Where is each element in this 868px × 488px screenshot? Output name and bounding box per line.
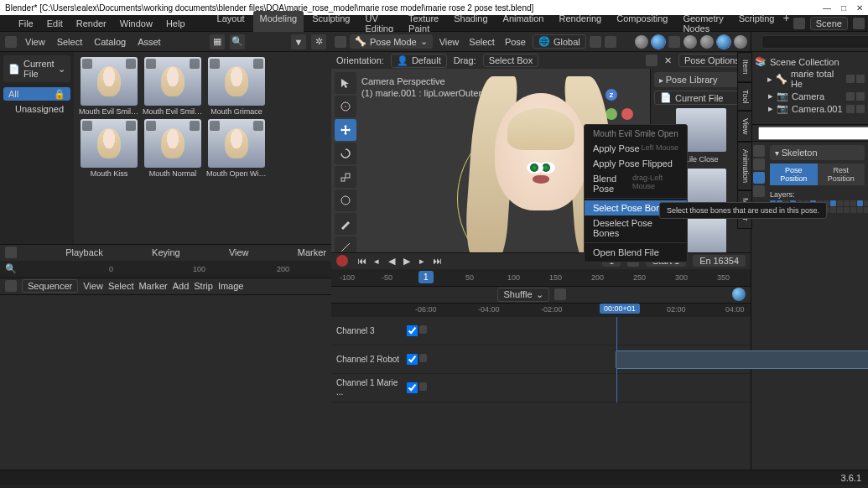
asset-item[interactable]: Mouth Evil Smile ... bbox=[79, 57, 139, 116]
prop-tab-output[interactable] bbox=[753, 158, 765, 170]
layer-cell[interactable] bbox=[830, 200, 836, 206]
settings-icon[interactable]: ✲ bbox=[311, 34, 326, 49]
tool-orientation[interactable]: 👤Default bbox=[391, 54, 447, 68]
sequencer-type[interactable]: Sequencer bbox=[22, 279, 78, 293]
layer-cell[interactable] bbox=[837, 207, 843, 213]
current-file-selector[interactable]: 📄 Current File ⌄ bbox=[3, 55, 70, 82]
maximize-icon[interactable]: □ bbox=[841, 3, 846, 13]
outliner-row[interactable]: ▸📷Camera bbox=[755, 90, 865, 102]
shading-solid-icon[interactable] bbox=[700, 35, 714, 49]
layer-cell[interactable] bbox=[844, 200, 850, 206]
channel-mute[interactable] bbox=[407, 382, 418, 393]
visibility-icon[interactable] bbox=[846, 92, 855, 101]
play-reverse-icon[interactable]: ◀ bbox=[385, 255, 398, 267]
timeline-marker[interactable]: Marker bbox=[298, 247, 326, 257]
timeline-editor-icon[interactable] bbox=[5, 247, 17, 258]
tool-annotate[interactable] bbox=[335, 213, 356, 235]
menu-window[interactable]: Window bbox=[115, 17, 158, 30]
pose-library-header[interactable]: ▸ Pose Library bbox=[654, 72, 747, 87]
layer-cell[interactable] bbox=[830, 207, 836, 213]
seq-ruler[interactable]: -06:00 -04:00 -02:00 00:00+01 02:00 04:0… bbox=[331, 304, 751, 317]
edit-icon[interactable] bbox=[253, 121, 263, 131]
layer-cell[interactable] bbox=[837, 200, 843, 206]
asset-menu-asset[interactable]: Asset bbox=[134, 35, 164, 49]
pose-source[interactable]: 📄Current File bbox=[654, 91, 747, 105]
tool-select[interactable] bbox=[335, 72, 356, 94]
edit-icon[interactable] bbox=[190, 121, 200, 131]
menu-deselect-pose-bones[interactable]: Deselect Pose Bones bbox=[585, 215, 687, 241]
seq-select[interactable]: Select bbox=[108, 281, 134, 291]
render-icon[interactable] bbox=[856, 105, 865, 113]
minimize-icon[interactable]: — bbox=[823, 3, 831, 13]
asset-menu-select[interactable]: Select bbox=[54, 35, 86, 49]
filter-icon[interactable]: ▼ bbox=[291, 34, 306, 49]
outliner-row[interactable]: 📚Scene Collection bbox=[755, 55, 865, 68]
seq-strip[interactable]: Strip bbox=[194, 281, 213, 291]
tool-move[interactable] bbox=[335, 119, 356, 141]
outliner-search[interactable] bbox=[761, 35, 868, 49]
menu-file[interactable]: File bbox=[13, 17, 39, 30]
overlap-mode[interactable]: Shuffle ⌄ bbox=[497, 288, 548, 302]
play-icon[interactable]: ▶ bbox=[400, 255, 413, 267]
search-icon[interactable]: 🔍 bbox=[230, 34, 245, 49]
flip-icon[interactable] bbox=[646, 55, 657, 66]
channel-mute[interactable] bbox=[407, 354, 418, 365]
timeline-keying[interactable]: Keying bbox=[152, 247, 180, 257]
keyframe-prev-icon[interactable]: ◂ bbox=[370, 255, 383, 267]
asset-menu-catalog[interactable]: Catalog bbox=[91, 35, 129, 49]
asset-menu-view[interactable]: View bbox=[22, 35, 49, 49]
asset-item[interactable]: Mouth Open Wide bbox=[206, 119, 267, 178]
timeline-playback[interactable]: Playback bbox=[65, 247, 103, 257]
asset-item[interactable]: Mouth Kiss bbox=[79, 119, 139, 178]
skeleton-panel-header[interactable]: ▾ Skeleton bbox=[770, 145, 865, 160]
menu-blend-pose[interactable]: Blend Posedrag-Left Mouse bbox=[585, 171, 687, 196]
props-search[interactable] bbox=[758, 127, 868, 140]
search-icon[interactable]: 🔍 bbox=[5, 263, 17, 274]
shading-wireframe-icon[interactable] bbox=[683, 35, 697, 49]
display-icon[interactable]: ▦ bbox=[210, 34, 225, 49]
tool-measure[interactable] bbox=[335, 236, 356, 252]
asset-item[interactable]: Mouth Grimace bbox=[206, 57, 267, 116]
edit-icon[interactable] bbox=[190, 59, 200, 69]
snap-icon[interactable] bbox=[590, 36, 601, 48]
close-icon[interactable]: ✕ bbox=[856, 3, 863, 13]
frame-ruler[interactable]: -100 -50 1 50 100 150 200 250 300 350 bbox=[331, 269, 751, 286]
menu-edit[interactable]: Edit bbox=[42, 17, 68, 30]
jump-start-icon[interactable]: ⏮ bbox=[355, 255, 368, 267]
seq-add[interactable]: Add bbox=[173, 281, 190, 291]
sidetab-animation[interactable]: Animation bbox=[737, 142, 752, 190]
tool-transform[interactable] bbox=[335, 189, 356, 211]
prop-tab-bone[interactable] bbox=[753, 185, 765, 197]
seq-image[interactable]: Image bbox=[218, 281, 244, 291]
gizmo-toggle-icon[interactable] bbox=[635, 35, 648, 49]
proportional-icon[interactable] bbox=[605, 36, 616, 48]
shading-material-icon[interactable] bbox=[717, 35, 730, 49]
sequencer-editor-icon[interactable] bbox=[5, 280, 17, 292]
menu-open-blend-file[interactable]: Open Blend File bbox=[585, 245, 687, 260]
timeline-view[interactable]: View bbox=[229, 247, 249, 257]
asset-item[interactable]: Mouth Normal bbox=[143, 119, 203, 178]
rest-position-button[interactable]: Rest Position bbox=[818, 164, 865, 185]
keyframe-next-icon[interactable]: ▸ bbox=[415, 255, 429, 267]
drag-selector[interactable]: Select Box bbox=[483, 54, 539, 67]
render-icon[interactable] bbox=[856, 92, 865, 101]
viewport-editor-icon[interactable] bbox=[335, 36, 346, 48]
auto-key-icon[interactable] bbox=[336, 255, 348, 267]
snap-seq-icon[interactable] bbox=[554, 288, 566, 300]
render-icon[interactable] bbox=[856, 75, 865, 83]
channel-mute[interactable] bbox=[407, 325, 418, 336]
vp-pose[interactable]: Pose bbox=[502, 35, 529, 49]
sidetab-view[interactable]: View bbox=[737, 111, 752, 142]
lock-icon[interactable] bbox=[419, 382, 427, 391]
visibility-icon[interactable] bbox=[846, 105, 855, 113]
layer-cell[interactable] bbox=[850, 200, 856, 206]
orientation-selector[interactable]: 🌐 Global bbox=[533, 34, 586, 49]
menu-help[interactable]: Help bbox=[161, 17, 190, 30]
category-all[interactable]: All 🔒 bbox=[3, 87, 70, 101]
pose-options[interactable]: Pose Options bbox=[678, 54, 746, 67]
xray-icon[interactable] bbox=[668, 36, 680, 48]
playhead[interactable]: 1 bbox=[418, 271, 434, 283]
overlay-toggle-icon[interactable] bbox=[652, 35, 665, 49]
3d-viewport[interactable]: ✕ Camera Perspective (1) marie.001 : lip… bbox=[331, 69, 751, 252]
scene-selector[interactable]: Scene bbox=[810, 17, 848, 30]
